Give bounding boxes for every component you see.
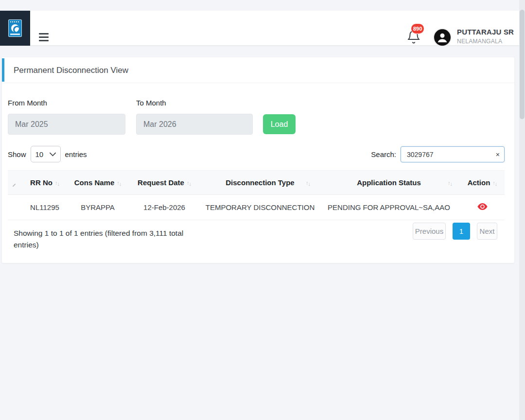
header-rr-no[interactable]: RR No ↑↓ (20, 171, 69, 195)
search-label: Search: (371, 150, 396, 158)
control-column-icon (12, 183, 16, 187)
header-cons-name[interactable]: Cons Name ↑↓ (69, 171, 126, 195)
from-month-label: From Month (8, 99, 47, 107)
from-month-input[interactable] (8, 114, 125, 135)
permanent-disconnection-card: Permanent Disconnection View From Month … (2, 57, 514, 263)
user-info[interactable]: PUTTARAJU SR NELAMANGALA (457, 28, 514, 45)
entries-label: entries (65, 150, 87, 158)
scrollbar-thumb[interactable] (520, 10, 525, 119)
cell-cons-name: BYRAPPA (69, 195, 126, 220)
load-button[interactable]: Load (263, 114, 296, 134)
user-name: PUTTARAJU SR (457, 28, 514, 36)
current-page-button[interactable]: 1 (453, 223, 470, 240)
cell-control (8, 195, 20, 220)
title-divider (2, 83, 514, 83)
header-request-date[interactable]: Request Date ↑↓ (126, 171, 202, 195)
next-page-button[interactable]: Next (477, 223, 497, 240)
table-search-control: Search: × (371, 146, 505, 162)
eye-icon (477, 203, 488, 210)
header-control-col[interactable] (8, 171, 20, 195)
previous-page-button[interactable]: Previous (413, 223, 446, 240)
page-size-value: 10 (35, 150, 44, 158)
bescom-logo-icon (8, 19, 22, 37)
page-title: Permanent Disconnection View (14, 66, 128, 75)
disconnection-table: RR No ↑↓ Cons Name ↑↓ Request Date ↑↓ Di… (8, 170, 505, 220)
sort-icon[interactable]: ↑↓ (55, 180, 59, 186)
cell-rr-no: NL11295 (20, 195, 69, 220)
sort-icon[interactable]: ↑↓ (187, 180, 191, 186)
header-disconnection-type[interactable]: Disconnection Type ↑↓ (202, 171, 318, 195)
page-size-select[interactable]: 10 (31, 146, 61, 162)
header-action[interactable]: Action ↑↓ (460, 171, 505, 195)
pagination: Previous 1 Next (413, 223, 497, 240)
cell-application-status: PENDING FOR APPROVAL~SA,AAO (318, 195, 460, 220)
chevron-down-icon (50, 152, 56, 157)
table-row: NL11295 BYRAPPA 12-Feb-2026 TEMPORARY DI… (8, 195, 505, 220)
table-info-text: Showing 1 to 1 of 1 entries (filtered fr… (14, 228, 199, 251)
notification-count-badge[interactable]: 890 (411, 23, 424, 34)
sort-icon[interactable]: ↑↓ (306, 180, 310, 186)
header-application-status[interactable]: Application Status ↑↓ (318, 171, 460, 195)
logo-globe-icon (11, 24, 19, 32)
cell-disconnection-type: TEMPORARY DISCONNECTION (202, 195, 318, 220)
to-month-input[interactable] (136, 114, 253, 135)
show-label: Show (8, 150, 26, 158)
sort-icon[interactable]: ↑↓ (117, 180, 121, 186)
scrollbar-track[interactable] (519, 0, 525, 420)
cell-action (460, 195, 505, 220)
app-logo[interactable] (0, 11, 30, 46)
page-length-control: Show 10 entries (8, 146, 87, 162)
table-header-row: RR No ↑↓ Cons Name ↑↓ Request Date ↑↓ Di… (8, 171, 505, 195)
cell-request-date: 12-Feb-2026 (126, 195, 202, 220)
user-location: NELAMANGALA (457, 38, 514, 45)
view-details-button[interactable] (475, 202, 490, 212)
sort-icon[interactable]: ↑↓ (492, 180, 497, 186)
title-accent-bar (2, 58, 4, 82)
to-month-label: To Month (136, 99, 166, 107)
top-navbar: 890 PUTTARAJU SR NELAMANGALA (0, 11, 519, 46)
search-input[interactable] (401, 146, 505, 162)
clear-search-icon[interactable]: × (496, 151, 500, 158)
sort-icon[interactable]: ↑↓ (448, 180, 452, 186)
menu-toggle-icon[interactable] (39, 33, 49, 42)
user-avatar-icon[interactable] (434, 29, 451, 46)
